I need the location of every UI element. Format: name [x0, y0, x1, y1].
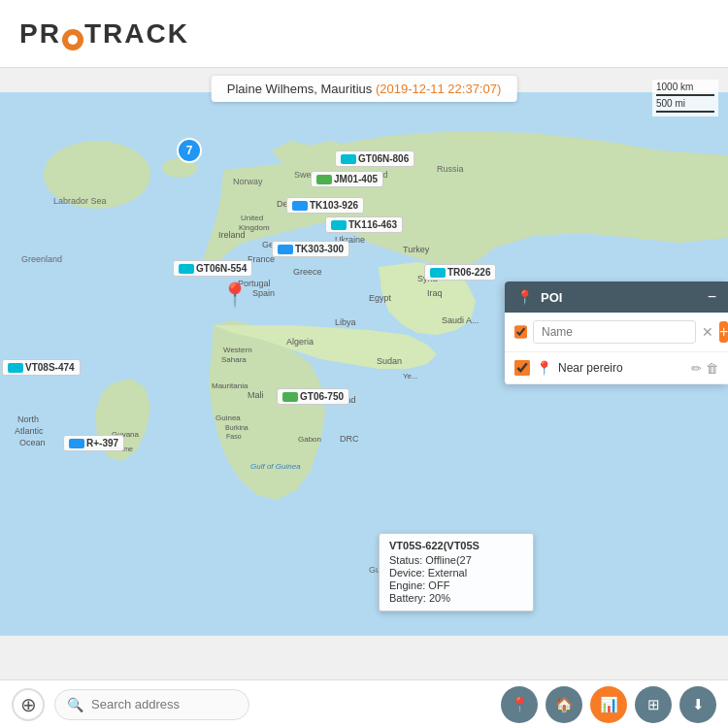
scale-mi: 500 mi — [656, 98, 714, 109]
scale-km: 1000 km — [656, 82, 714, 92]
poi-item-row: 📍 Near pereiro ✏ 🗑 — [505, 352, 728, 384]
vehicle-label[interactable]: R+-397 — [63, 435, 124, 451]
svg-text:Iraq: Iraq — [427, 288, 443, 298]
poi-header-left: 📍 POI — [516, 289, 562, 305]
svg-text:DRC: DRC — [340, 434, 359, 444]
scale-line-km — [656, 94, 714, 96]
vehicle-icon — [69, 439, 84, 448]
vehicle-label[interactable]: TK116-463 — [325, 216, 403, 233]
vehicle-label[interactable]: GT06N-806 — [335, 150, 414, 167]
vehicle-label[interactable]: TR06-226 — [424, 264, 496, 281]
poi-pin-icon: 📍 — [516, 289, 533, 305]
popup-battery: Battery: 20% — [389, 592, 523, 604]
header: PRTRACK — [0, 0, 728, 68]
add-location-button[interactable]: ⊕ — [12, 688, 45, 721]
poi-add-button[interactable]: + — [719, 321, 728, 343]
poi-panel-header: 📍 POI − — [505, 281, 728, 313]
poi-item-label: Near pereiro — [558, 361, 685, 375]
poi-item-pin-icon: 📍 — [536, 360, 552, 376]
poi-search-input[interactable] — [533, 320, 696, 344]
location-text: Plaine Wilhems, Mauritius — [227, 82, 373, 96]
search-box[interactable]: 🔍 — [54, 689, 249, 720]
poi-search-clear[interactable]: ✕ — [702, 324, 713, 340]
vehicle-label[interactable]: TK103-926 — [286, 197, 364, 214]
location-date: (2019-12-11 22:37:07) — [376, 82, 501, 96]
svg-text:Gabon: Gabon — [298, 435, 321, 444]
vehicle-icon — [8, 363, 23, 373]
vehicle-icon — [316, 175, 332, 184]
vehicle-icon — [278, 245, 293, 254]
svg-text:United: United — [241, 214, 263, 222]
svg-text:Russia: Russia — [437, 164, 464, 174]
svg-point-3 — [223, 207, 239, 226]
map-pin[interactable]: 📍 — [220, 281, 249, 309]
scale-bar: 1000 km 500 mi — [652, 80, 718, 116]
bottom-right-icons: 📍 🏠 📊 ⊞ ⬇ — [501, 686, 716, 723]
route-button[interactable]: 📍 — [501, 686, 538, 723]
popup-device: Device: External — [389, 567, 523, 579]
logo-icon — [62, 29, 83, 50]
svg-text:Algeria: Algeria — [286, 337, 314, 347]
vehicle-icon — [282, 392, 298, 402]
poi-item-delete-icon[interactable]: 🗑 — [706, 361, 718, 376]
svg-text:Norway: Norway — [233, 177, 263, 186]
vehicle-icon — [341, 154, 356, 164]
vehicle-icon — [430, 268, 446, 278]
vehicle-popup[interactable]: VT05S-622(VT05S Status: Offline(27 Devic… — [379, 533, 534, 612]
svg-text:Sudan: Sudan — [377, 356, 402, 366]
svg-text:Guinea: Guinea — [215, 414, 241, 422]
scale-line-mi — [656, 111, 714, 113]
poi-search-checkbox[interactable] — [514, 324, 527, 340]
vehicle-label[interactable]: TK303-300 — [272, 241, 349, 257]
vehicle-label[interactable]: VT08S-474 — [2, 359, 81, 376]
popup-engine: Engine: OFF — [389, 579, 523, 591]
cluster-bubble[interactable]: 7 — [177, 138, 202, 163]
svg-text:Turkey: Turkey — [403, 245, 430, 254]
svg-text:Greenland: Greenland — [21, 254, 62, 264]
stats-button[interactable]: 📊 — [590, 686, 627, 723]
poi-item-actions: ✏ 🗑 — [691, 361, 718, 376]
svg-text:Gulf of Guinea: Gulf of Guinea — [250, 462, 301, 471]
vehicle-label[interactable]: GT06-750 — [277, 388, 349, 405]
svg-text:Ireland: Ireland — [218, 230, 246, 240]
svg-text:Libya: Libya — [335, 317, 356, 327]
map-container[interactable]: Labrador Sea Greenland North Atlantic Oc… — [0, 68, 728, 660]
svg-text:Saudi A...: Saudi A... — [442, 315, 480, 325]
svg-text:Western: Western — [223, 346, 252, 354]
cluster-count: 7 — [186, 144, 193, 157]
logo: PRTRACK — [19, 18, 189, 50]
vehicle-icon — [331, 220, 347, 230]
grid-button[interactable]: ⊞ — [635, 686, 672, 723]
svg-text:Burkina: Burkina — [225, 424, 248, 431]
poi-panel: 📍 POI − ✕ + 📍 Near pereiro ✏ 🗑 — [505, 281, 728, 384]
svg-text:Spain: Spain — [252, 288, 275, 298]
search-icon: 🔍 — [67, 697, 83, 712]
svg-text:Atlantic: Atlantic — [15, 426, 44, 436]
svg-text:Faso: Faso — [226, 433, 242, 440]
svg-text:Mali: Mali — [248, 390, 264, 400]
download-button[interactable]: ⬇ — [679, 686, 716, 723]
location-bar: Plaine Wilhems, Mauritius (2019-12-11 22… — [212, 76, 517, 102]
poi-item-edit-icon[interactable]: ✏ — [691, 361, 702, 376]
svg-text:Ye...: Ye... — [403, 372, 418, 381]
svg-text:Ocean: Ocean — [19, 438, 46, 447]
home-button[interactable]: 🏠 — [546, 686, 582, 723]
svg-text:North: North — [17, 414, 39, 424]
popup-status: Status: Offline(27 — [389, 554, 523, 566]
svg-text:Sahara: Sahara — [221, 355, 247, 364]
svg-text:Egypt: Egypt — [369, 293, 392, 303]
svg-text:Greece: Greece — [293, 267, 322, 277]
popup-title: VT05S-622(VT05S — [389, 540, 523, 551]
svg-text:Labrador Sea: Labrador Sea — [53, 196, 107, 206]
poi-search-row: ✕ + — [505, 313, 728, 352]
vehicle-icon — [292, 201, 308, 211]
vehicle-label[interactable]: JM01-405 — [311, 171, 383, 187]
vehicle-label[interactable]: GT06N-554 — [173, 260, 252, 277]
poi-collapse-button[interactable]: − — [708, 289, 716, 305]
search-input[interactable] — [91, 697, 237, 711]
vehicle-icon — [179, 264, 194, 274]
poi-title: POI — [541, 290, 562, 305]
svg-text:Mauritania: Mauritania — [212, 381, 248, 390]
poi-item-checkbox[interactable] — [514, 360, 530, 376]
bottom-bar: ⊕ 🔍 📍 🏠 📊 ⊞ ⬇ — [0, 679, 728, 728]
